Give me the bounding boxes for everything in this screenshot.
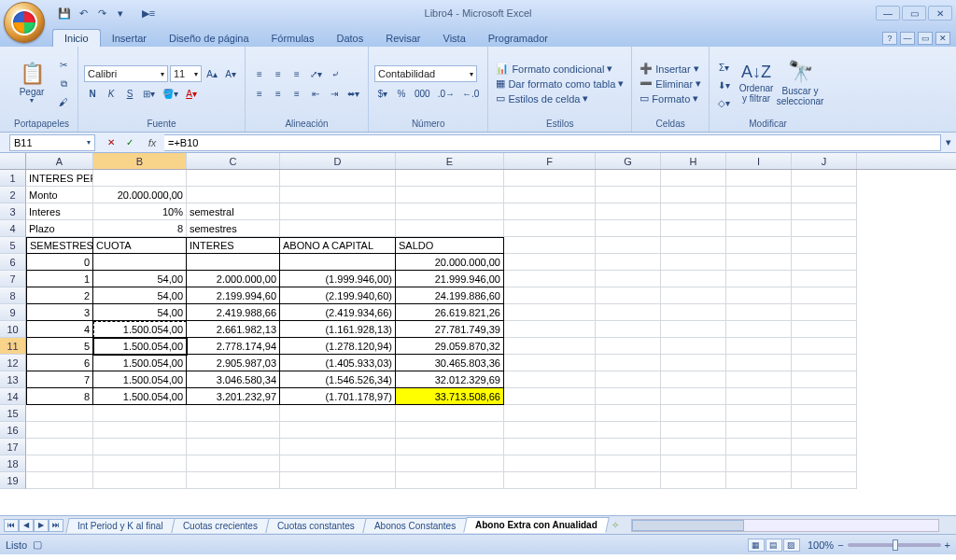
- cell[interactable]: 4: [26, 321, 93, 338]
- sheet-tab-2[interactable]: Cuotas constantes: [265, 518, 366, 533]
- cell[interactable]: 8: [93, 220, 187, 237]
- grid-row[interactable]: 1481.500.054,003.201.232,97(1.701.178,97…: [0, 388, 956, 405]
- cell[interactable]: [93, 254, 187, 271]
- cell[interactable]: [661, 355, 726, 371]
- cell[interactable]: [661, 304, 726, 321]
- cell[interactable]: [726, 170, 792, 187]
- cell[interactable]: [596, 203, 661, 220]
- cell[interactable]: 1.500.054,00: [93, 321, 187, 338]
- cell[interactable]: [661, 203, 726, 220]
- cell[interactable]: [596, 355, 661, 371]
- cell[interactable]: [26, 405, 93, 422]
- cell[interactable]: [280, 405, 396, 422]
- last-sheet-icon[interactable]: ⏭: [49, 519, 63, 532]
- bold-button[interactable]: N: [84, 85, 101, 102]
- cell[interactable]: [504, 254, 596, 271]
- tab-programador[interactable]: Programador: [477, 30, 559, 47]
- align-center-icon[interactable]: ≡: [270, 85, 287, 102]
- col-header-G[interactable]: G: [596, 153, 661, 169]
- cell[interactable]: 1.500.054,00: [93, 388, 187, 405]
- decrease-decimal-icon[interactable]: ←.0: [459, 85, 482, 102]
- cell[interactable]: [726, 455, 792, 472]
- cell[interactable]: 8: [26, 388, 93, 405]
- cell[interactable]: 2.778.174,94: [187, 338, 280, 355]
- row-header[interactable]: 19: [0, 472, 26, 489]
- cell[interactable]: [280, 203, 396, 220]
- cell[interactable]: [726, 472, 792, 489]
- tab-formulas[interactable]: Fórmulas: [260, 30, 326, 47]
- cell[interactable]: SALDO: [396, 237, 504, 254]
- cell[interactable]: Plazo: [26, 220, 93, 237]
- cell[interactable]: 5: [26, 338, 93, 355]
- grid-row[interactable]: 18: [0, 455, 956, 472]
- cell[interactable]: [93, 170, 187, 187]
- cell[interactable]: [504, 405, 596, 422]
- row-header[interactable]: 12: [0, 355, 26, 371]
- shrink-font-icon[interactable]: A▾: [222, 65, 239, 82]
- cell[interactable]: 54,00: [93, 304, 187, 321]
- cell[interactable]: [596, 405, 661, 422]
- cell[interactable]: [504, 371, 596, 388]
- cell[interactable]: [726, 338, 792, 355]
- tab-insertar[interactable]: Insertar: [101, 30, 158, 47]
- conditional-formatting-button[interactable]: 📊Formato condicional ▾: [494, 62, 626, 76]
- cell[interactable]: [661, 170, 726, 187]
- name-box[interactable]: B11▾: [9, 134, 95, 151]
- sheet-tab-0[interactable]: Int Period y K al final: [65, 518, 175, 533]
- grid-row[interactable]: 1371.500.054,003.046.580,34(1.546.526,34…: [0, 371, 956, 388]
- cell[interactable]: 2.419.988,66: [187, 304, 280, 321]
- cell[interactable]: [596, 237, 661, 254]
- cell[interactable]: [661, 338, 726, 355]
- cell[interactable]: 1.500.054,00: [93, 371, 187, 388]
- normal-view-icon[interactable]: ▦: [748, 539, 765, 552]
- cell[interactable]: [661, 187, 726, 203]
- cell[interactable]: [504, 304, 596, 321]
- cell[interactable]: 21.999.946,00: [396, 271, 504, 287]
- cell[interactable]: 27.781.749,39: [396, 321, 504, 338]
- cell[interactable]: 32.012.329,69: [396, 371, 504, 388]
- cell[interactable]: [661, 472, 726, 489]
- grid-row[interactable]: 4Plazo8semestres: [0, 220, 956, 237]
- cell[interactable]: [661, 287, 726, 304]
- find-select-button[interactable]: 🔭 Buscar y seleccionar: [780, 50, 821, 117]
- cell[interactable]: [726, 287, 792, 304]
- cell[interactable]: [726, 187, 792, 203]
- cell[interactable]: INTERES PERIODICO Y CAPITAL AL FINAL: [26, 170, 93, 187]
- cell[interactable]: 54,00: [93, 271, 187, 287]
- cell[interactable]: [596, 187, 661, 203]
- tab-diseno[interactable]: Diseño de página: [158, 30, 260, 47]
- first-sheet-icon[interactable]: ⏮: [4, 519, 19, 532]
- cell[interactable]: [792, 388, 857, 405]
- grid-row[interactable]: 16: [0, 422, 956, 439]
- row-header[interactable]: 6: [0, 254, 26, 271]
- cell[interactable]: [280, 439, 396, 455]
- cell[interactable]: [792, 355, 857, 371]
- cell[interactable]: [504, 271, 596, 287]
- cell[interactable]: [280, 422, 396, 439]
- cell[interactable]: [504, 187, 596, 203]
- zoom-control[interactable]: 100% − +: [808, 539, 950, 551]
- close-button[interactable]: ✕: [928, 6, 952, 21]
- cell[interactable]: [280, 170, 396, 187]
- cell[interactable]: [396, 187, 504, 203]
- cell[interactable]: [396, 170, 504, 187]
- tab-vista[interactable]: Vista: [432, 30, 477, 47]
- cell[interactable]: [596, 455, 661, 472]
- cell[interactable]: Monto: [26, 187, 93, 203]
- cell[interactable]: 3.201.232,97: [187, 388, 280, 405]
- cell[interactable]: [504, 287, 596, 304]
- cell[interactable]: [504, 338, 596, 355]
- cell-styles-button[interactable]: ▭Estilos de celda ▾: [494, 91, 626, 105]
- cell[interactable]: semestral: [187, 203, 280, 220]
- cell[interactable]: [93, 472, 187, 489]
- paste-button[interactable]: 📋 Pegar ▼: [11, 50, 52, 117]
- cell[interactable]: 1.500.054,00: [93, 355, 187, 371]
- cell[interactable]: [661, 422, 726, 439]
- cell[interactable]: [792, 338, 857, 355]
- currency-icon[interactable]: $▾: [374, 85, 391, 102]
- cell[interactable]: [504, 455, 596, 472]
- cell[interactable]: [280, 455, 396, 472]
- cell[interactable]: [396, 203, 504, 220]
- cell[interactable]: [661, 271, 726, 287]
- macro-record-icon[interactable]: ▢: [33, 539, 42, 551]
